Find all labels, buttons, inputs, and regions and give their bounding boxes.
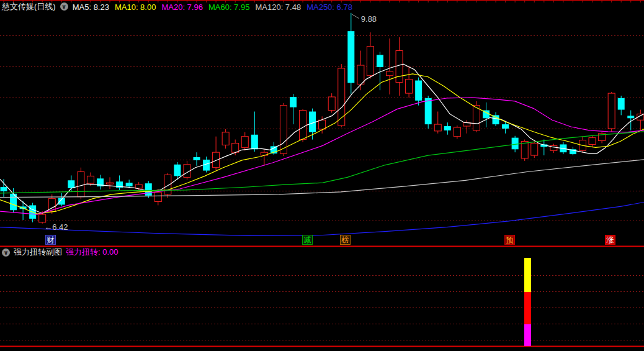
ma-label-MA5: MA5: 8.23 xyxy=(73,2,109,12)
high-price-flag: 9.88 xyxy=(361,14,377,24)
ma-line-MA120 xyxy=(0,160,644,198)
low-price-flag: ←6.42 xyxy=(44,222,68,232)
main-chart-header: 慈文传媒(日线) ∨ MA5: 8.23MA10: 8.00MA20: 7.96… xyxy=(2,2,358,11)
sub-grid xyxy=(0,276,644,340)
event-marker-涨[interactable]: 涨 xyxy=(605,235,615,245)
ma-line-MA250 xyxy=(0,203,644,236)
event-marker-预[interactable]: 预 xyxy=(504,235,515,245)
sub-panel-title: 强力扭转副图 xyxy=(14,247,62,258)
chevron-down-icon[interactable]: ∨ xyxy=(2,248,10,257)
ma-legend: MA5: 8.23MA10: 8.00MA20: 7.96MA60: 7.95M… xyxy=(73,1,358,12)
ma-label-MA10: MA10: 8.00 xyxy=(115,2,156,12)
flag-pointer xyxy=(352,14,359,19)
ma-label-MA120: MA120: 7.48 xyxy=(255,2,301,12)
event-marker-减[interactable]: 减 xyxy=(302,235,313,245)
ma-label-MA60: MA60: 7.95 xyxy=(208,2,250,12)
stock-app-window: 9.88←6.42 慈文传媒(日线) ∨ MA5: 8.23MA10: 8.00… xyxy=(0,0,644,351)
candlestick-series[interactable] xyxy=(1,13,644,224)
chart-canvas[interactable]: 9.88←6.42 xyxy=(0,0,644,351)
page-title: 慈文传媒(日线) xyxy=(2,1,56,12)
ma-label-MA20: MA20: 7.96 xyxy=(161,2,203,12)
ma-line-MA60 xyxy=(0,132,644,193)
sub-panel-header: ∨ 强力扭转副图 强力扭转: 0.00 xyxy=(2,248,119,257)
chevron-down-icon[interactable]: ∨ xyxy=(60,2,68,11)
indicator-signal-bar[interactable] xyxy=(524,258,531,346)
ma-label-MA250: MA250: 6.78 xyxy=(306,2,352,12)
event-marker-榜[interactable]: 榜 xyxy=(340,235,351,245)
event-marker-财[interactable]: 财 xyxy=(45,235,56,245)
indicator-value-label: 强力扭转: 0.00 xyxy=(66,247,119,258)
